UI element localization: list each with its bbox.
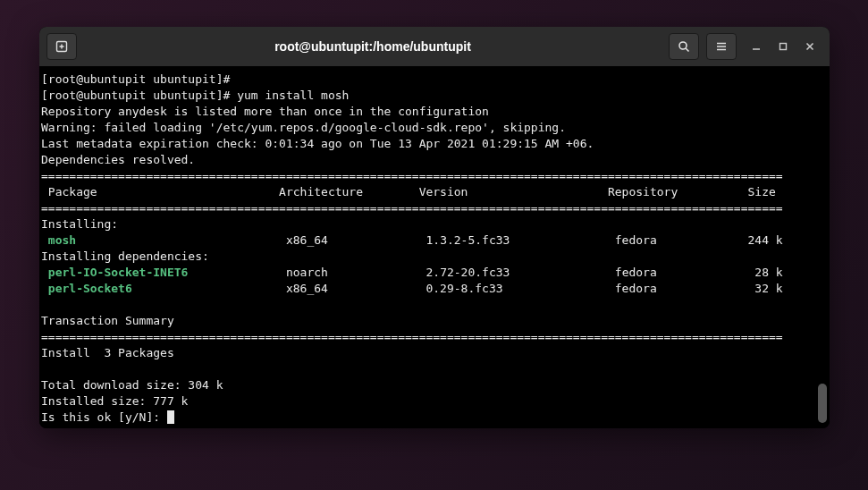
package-row: x86_64 1.3.2-5.fc33 fedora 244 k (76, 233, 783, 247)
terminal-area[interactable]: [root@ubuntupit ubuntupit]# [root@ubuntu… (39, 66, 830, 428)
package-name: perl-Socket6 (48, 282, 132, 295)
minimize-button[interactable] (749, 39, 763, 54)
section-header: Installing dependencies: (41, 249, 209, 263)
close-icon (805, 41, 815, 52)
terminal-line: Total download size: 304 k (41, 378, 223, 392)
terminal-rule: ========================================… (41, 169, 783, 182)
minimize-icon (751, 41, 762, 52)
maximize-icon (778, 41, 788, 52)
table-header: Package Architecture Version Repository … (41, 185, 776, 199)
terminal-line: Dependencies resolved. (41, 153, 195, 166)
scrollbar-track[interactable] (818, 66, 829, 428)
close-button[interactable] (803, 39, 817, 54)
hamburger-icon (714, 39, 729, 54)
menu-button[interactable] (706, 33, 737, 60)
terminal-line: [root@ubuntupit ubuntupit]# (41, 72, 230, 86)
new-tab-button[interactable] (46, 33, 77, 60)
package-row: x86_64 0.29-8.fc33 fedora 32 k (132, 282, 783, 295)
terminal-rule: ========================================… (41, 201, 783, 215)
terminal-line: Install 3 Packages (41, 346, 174, 359)
confirm-prompt: Is this ok [y/N]: (41, 410, 167, 424)
terminal-rule: ========================================… (41, 330, 783, 343)
scrollbar-thumb[interactable] (818, 384, 827, 423)
package-name: mosh (48, 233, 76, 247)
window-controls (744, 39, 822, 54)
terminal-output[interactable]: [root@ubuntupit ubuntupit]# [root@ubuntu… (39, 66, 830, 428)
window-title: root@ubuntupit:/home/ubuntupit (84, 39, 662, 54)
package-row: noarch 2.72-20.fc33 fedora 28 k (188, 266, 782, 279)
terminal-line: Installed size: 777 k (41, 394, 188, 408)
search-icon (677, 39, 691, 54)
svg-rect-9 (780, 44, 787, 50)
search-button[interactable] (669, 33, 699, 60)
terminal-line: Warning: failed loading '/etc/yum.repos.… (41, 121, 566, 134)
section-header: Installing: (41, 217, 118, 231)
maximize-button[interactable] (776, 39, 790, 54)
titlebar: root@ubuntupit:/home/ubuntupit (39, 27, 830, 66)
terminal-line: Repository anydesk is listed more than o… (41, 105, 489, 118)
section-header: Transaction Summary (41, 314, 174, 327)
svg-point-3 (679, 42, 687, 49)
svg-line-4 (686, 48, 689, 52)
terminal-line: Last metadata expiration check: 0:01:34 … (41, 137, 594, 150)
terminal-window: root@ubuntupit:/home/ubuntupit (39, 27, 830, 428)
package-name: perl-IO-Socket-INET6 (48, 266, 189, 279)
terminal-line: [root@ubuntupit ubuntupit]# yum install … (41, 89, 349, 102)
cursor (167, 410, 174, 424)
